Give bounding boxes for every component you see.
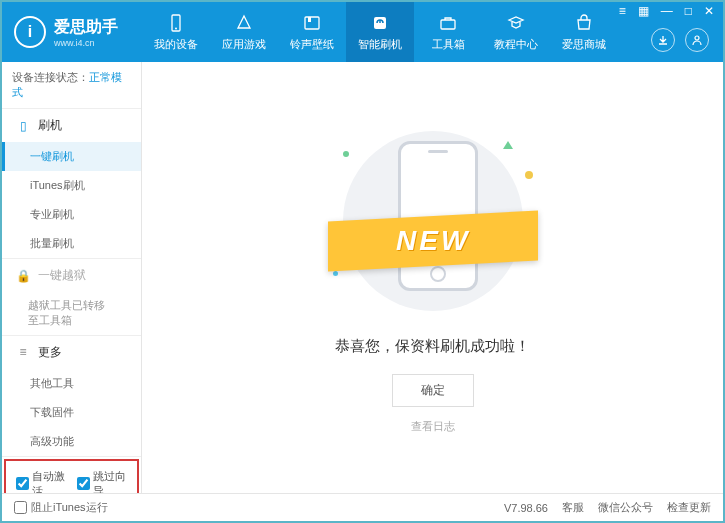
more-icon: ≡ — [16, 345, 30, 359]
nav-store[interactable]: 爱思商城 — [550, 2, 618, 62]
nav-ringtones[interactable]: 铃声壁纸 — [278, 2, 346, 62]
logo-icon: i — [14, 16, 46, 48]
svg-point-1 — [175, 27, 177, 29]
checkbox-skip-wizard[interactable]: 跳过向导 — [77, 469, 128, 493]
maximize-icon[interactable]: □ — [682, 4, 695, 18]
connection-status: 设备连接状态：正常模式 — [2, 62, 141, 109]
options-box: 自动激活 跳过向导 — [4, 459, 139, 493]
sidebar-item-other-tools[interactable]: 其他工具 — [2, 369, 141, 398]
nav-apps-games[interactable]: 应用游戏 — [210, 2, 278, 62]
nav-toolbox[interactable]: 工具箱 — [414, 2, 482, 62]
wallpaper-icon — [302, 13, 322, 33]
user-button[interactable] — [685, 28, 709, 52]
sidebar: 设备连接状态：正常模式 ▯ 刷机 一键刷机 iTunes刷机 专业刷机 批量刷机… — [2, 62, 142, 493]
apps-icon — [234, 13, 254, 33]
sidebar-group-flash[interactable]: ▯ 刷机 — [2, 109, 141, 142]
sidebar-item-download-fw[interactable]: 下载固件 — [2, 398, 141, 427]
user-controls — [651, 28, 709, 52]
toolbox-icon — [438, 13, 458, 33]
tutorial-icon — [506, 13, 526, 33]
sidebar-item-pro-flash[interactable]: 专业刷机 — [2, 200, 141, 229]
checkbox-auto-activate[interactable]: 自动激活 — [16, 469, 67, 493]
logo-area: i 爱思助手 www.i4.cn — [2, 16, 142, 48]
svg-point-6 — [695, 36, 699, 40]
device-icon — [166, 13, 186, 33]
app-url: www.i4.cn — [54, 38, 118, 48]
lock-icon: 🔒 — [16, 269, 30, 283]
store-icon — [574, 13, 594, 33]
titlebar: i 爱思助手 www.i4.cn 我的设备 应用游戏 铃声壁纸 智能刷机 — [2, 2, 723, 62]
footer: 阻止iTunes运行 V7.98.66 客服 微信公众号 检查更新 — [2, 493, 723, 521]
svg-rect-5 — [441, 20, 455, 29]
menu-icon[interactable]: ≡ — [616, 4, 629, 18]
sidebar-group-jailbreak[interactable]: 🔒 一键越狱 — [2, 259, 141, 292]
check-update-link[interactable]: 检查更新 — [667, 500, 711, 515]
sidebar-item-advanced[interactable]: 高级功能 — [2, 427, 141, 456]
success-message: 恭喜您，保资料刷机成功啦！ — [335, 337, 530, 356]
block-itunes-checkbox[interactable]: 阻止iTunes运行 — [14, 500, 108, 515]
flash-icon — [370, 13, 390, 33]
body: 设备连接状态：正常模式 ▯ 刷机 一键刷机 iTunes刷机 专业刷机 批量刷机… — [2, 62, 723, 493]
view-log-link[interactable]: 查看日志 — [411, 419, 455, 434]
svg-rect-3 — [308, 17, 311, 22]
app-name: 爱思助手 — [54, 17, 118, 38]
app-window: i 爱思助手 www.i4.cn 我的设备 应用游戏 铃声壁纸 智能刷机 — [0, 0, 725, 523]
close-icon[interactable]: ✕ — [701, 4, 717, 18]
wechat-link[interactable]: 微信公众号 — [598, 500, 653, 515]
phone-icon: ▯ — [16, 119, 30, 133]
success-illustration: NEW — [313, 121, 553, 321]
pin-icon[interactable]: ▦ — [635, 4, 652, 18]
nav-my-device[interactable]: 我的设备 — [142, 2, 210, 62]
sidebar-item-batch-flash[interactable]: 批量刷机 — [2, 229, 141, 258]
version-label: V7.98.66 — [504, 502, 548, 514]
jailbreak-note: 越狱工具已转移至工具箱 — [2, 292, 141, 336]
window-controls: ≡ ▦ — □ ✕ — [616, 4, 717, 18]
customer-service-link[interactable]: 客服 — [562, 500, 584, 515]
nav-tutorials[interactable]: 教程中心 — [482, 2, 550, 62]
main-content: NEW 恭喜您，保资料刷机成功啦！ 确定 查看日志 — [142, 62, 723, 493]
minimize-icon[interactable]: — — [658, 4, 676, 18]
sidebar-item-itunes-flash[interactable]: iTunes刷机 — [2, 171, 141, 200]
confirm-button[interactable]: 确定 — [392, 374, 474, 407]
download-button[interactable] — [651, 28, 675, 52]
svg-rect-2 — [305, 17, 319, 29]
sidebar-item-oneclick-flash[interactable]: 一键刷机 — [2, 142, 141, 171]
nav-smart-flash[interactable]: 智能刷机 — [346, 2, 414, 62]
sidebar-group-more[interactable]: ≡ 更多 — [2, 336, 141, 369]
